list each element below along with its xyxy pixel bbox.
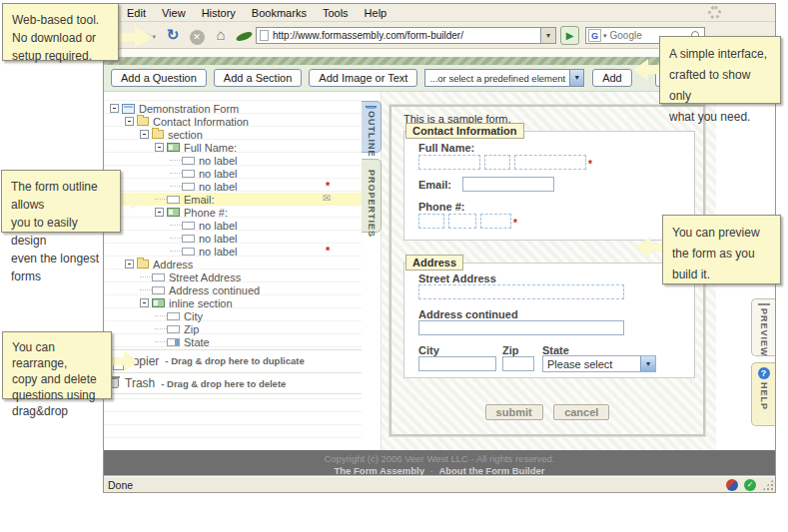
text-input-icon — [152, 286, 165, 294]
zip-input[interactable] — [502, 356, 534, 371]
full-name-first-input[interactable] — [418, 155, 480, 170]
collapse-icon[interactable] — [125, 260, 134, 268]
multi-field-icon — [167, 208, 180, 217]
tree-connector — [170, 251, 182, 252]
outline-panel: Demonstration Form Contact Information s… — [104, 92, 362, 450]
home-button[interactable]: ⌂ — [212, 26, 230, 44]
tree-item-full-name[interactable]: Full Name: — [104, 141, 362, 154]
address-continued-input[interactable] — [418, 320, 624, 335]
collapse-icon[interactable] — [125, 117, 134, 126]
tree-item-no-label[interactable]: no label * — [104, 245, 362, 258]
google-icon: G — [588, 29, 601, 42]
tree-item-address-continued[interactable]: Address continued — [104, 283, 362, 296]
tree-item-street-address[interactable]: Street Address — [104, 270, 362, 283]
street-address-input[interactable] — [418, 284, 624, 299]
form-assembly-link[interactable]: The Form Assembly — [335, 465, 424, 476]
phone-prefix-input[interactable] — [448, 214, 476, 229]
sample-form: This is a sample form. Contact Informati… — [390, 105, 705, 436]
copyright-text: Copyright (c) 2006 Veer West LLC - All r… — [104, 453, 775, 464]
tree-connector — [170, 173, 182, 174]
tab-help[interactable]: ? HELP — [751, 362, 775, 426]
menu-tools[interactable]: Tools — [315, 7, 357, 19]
tree-item-demonstration-form[interactable]: Demonstration Form — [104, 102, 362, 115]
stop-button[interactable]: ✕ — [188, 26, 206, 44]
callout-drag-drop: You can rearrange, copy and delete quest… — [2, 331, 112, 399]
menu-edit[interactable]: Edit — [119, 7, 154, 19]
footer-links: The Form Assembly - About the Form Build… — [104, 465, 775, 476]
tree-connector — [155, 199, 167, 200]
tree-connector — [155, 341, 167, 342]
add-question-button[interactable]: Add a Question — [111, 69, 207, 87]
required-icon: * — [326, 245, 330, 257]
tree-item-no-label[interactable]: no label — [104, 232, 362, 245]
collapse-icon[interactable] — [155, 143, 164, 152]
text-input-icon — [182, 157, 195, 165]
phone-area-input[interactable] — [418, 214, 444, 229]
add-button[interactable]: Add — [592, 69, 632, 87]
collapse-icon[interactable] — [140, 130, 149, 139]
tree-connector — [170, 186, 182, 187]
tree-item-no-label[interactable]: no label — [104, 167, 362, 180]
tree-item-state[interactable]: State — [104, 335, 362, 348]
tree-item-city[interactable]: City — [104, 309, 362, 322]
url-input[interactable] — [273, 30, 540, 41]
full-name-middle-input[interactable] — [484, 155, 510, 170]
tree-item-zip[interactable]: Zip — [104, 322, 362, 335]
collapse-icon[interactable] — [110, 104, 119, 113]
tree-item-no-label[interactable]: no label — [104, 219, 362, 232]
url-history-dropdown[interactable]: ▾ — [541, 27, 556, 44]
about-form-builder-link[interactable]: About the Form Builder — [438, 465, 544, 476]
status-bar: Done ✓ — [104, 476, 775, 492]
email-input[interactable] — [462, 177, 554, 192]
phone-label: Phone #: — [418, 201, 464, 213]
tree-connector — [170, 225, 182, 226]
text-input-icon — [182, 235, 195, 243]
email-label: Email: — [418, 179, 451, 191]
collapse-icon[interactable] — [155, 208, 164, 217]
full-name-label: Full Name: — [418, 142, 474, 154]
full-name-last-input[interactable] — [514, 155, 586, 170]
text-input-icon — [167, 196, 180, 204]
page-icon — [260, 30, 269, 41]
tab-preview[interactable]: PREVIEW — [751, 298, 775, 356]
tree-item-address[interactable]: Address — [104, 258, 362, 270]
resize-grip[interactable] — [762, 479, 774, 491]
trash-icon — [111, 378, 119, 388]
menu-help[interactable]: Help — [357, 7, 395, 19]
tree-connector — [170, 238, 182, 239]
tree-item-phone[interactable]: Phone #: — [104, 206, 362, 219]
city-input[interactable] — [418, 356, 496, 371]
predefined-element-select[interactable]: ...or select a predefined element ▾ — [424, 69, 584, 87]
page-footer: Copyright (c) 2006 Veer West LLC - All r… — [104, 450, 775, 478]
select-input-icon — [167, 338, 180, 346]
address-continued-label: Address continued — [418, 308, 518, 320]
tree-item-no-label[interactable]: no label * — [104, 180, 362, 193]
add-image-text-button[interactable]: Add Image or Text — [309, 69, 417, 87]
go-button[interactable]: ▶ — [560, 26, 579, 45]
tree-item-contact-information[interactable]: Contact Information — [104, 115, 362, 128]
menu-bookmarks[interactable]: Bookmarks — [244, 7, 315, 19]
cancel-button[interactable]: cancel — [553, 404, 609, 420]
text-input-icon — [182, 170, 195, 178]
tree-item-section[interactable]: section — [104, 128, 362, 141]
tab-properties[interactable]: PROPERTIES — [362, 159, 382, 233]
copier-dropzone[interactable]: Copier - Drag & drop here to duplicate — [104, 349, 362, 371]
address-fieldset: Street Address Address continued City Zi… — [403, 263, 695, 378]
menu-view[interactable]: View — [154, 7, 194, 19]
menu-bar: Edit View History Bookmarks Tools Help — [104, 4, 775, 22]
tab-outline[interactable]: OUTLINE — [362, 101, 382, 153]
required-icon: * — [588, 159, 592, 170]
state-select[interactable]: Please select ▾ — [542, 355, 656, 372]
tree-item-no-label[interactable]: no label — [104, 154, 362, 167]
collapse-icon[interactable] — [140, 298, 149, 307]
phone-line-input[interactable] — [480, 214, 511, 229]
required-icon: * — [326, 180, 330, 192]
trash-dropzone[interactable]: Trash - Drag & drop here to delete — [104, 372, 362, 394]
submit-button[interactable]: submit — [485, 404, 543, 420]
add-section-button[interactable]: Add a Section — [214, 69, 303, 87]
menu-history[interactable]: History — [194, 7, 244, 19]
contact-information-legend: Contact Information — [405, 123, 524, 139]
tree-item-inline-section[interactable]: inline section — [104, 296, 362, 309]
extension-icon[interactable] — [726, 479, 738, 491]
reload-button[interactable]: ↻ — [164, 26, 182, 44]
